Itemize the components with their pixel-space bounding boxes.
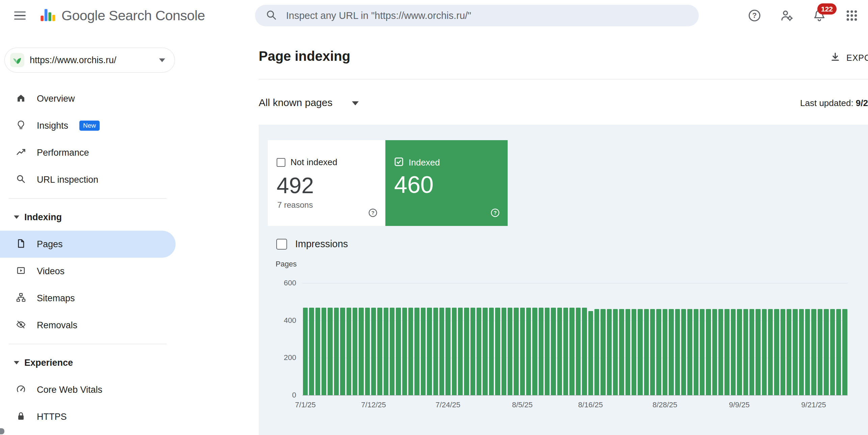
chart-bar[interactable] — [328, 308, 332, 395]
not-indexed-card[interactable]: Not indexed 492 7 reasons ? — [268, 140, 385, 226]
chart-bar[interactable] — [774, 309, 779, 395]
sidebar-item-overview[interactable]: Overview — [0, 85, 176, 112]
chart-bar[interactable] — [563, 308, 568, 395]
chart-bar[interactable] — [421, 308, 426, 395]
menu-icon[interactable] — [14, 9, 26, 22]
chart-bar[interactable] — [508, 308, 512, 395]
chart-bar[interactable] — [799, 309, 804, 395]
chart-bar[interactable] — [724, 309, 729, 395]
chart-bar[interactable] — [365, 308, 370, 395]
chart-bar[interactable] — [836, 309, 841, 395]
chart-bar[interactable] — [787, 309, 791, 395]
chart-bar[interactable] — [694, 309, 698, 395]
chart-bar[interactable] — [687, 309, 692, 395]
property-selector[interactable]: https://www.orchis.ru/ — [4, 48, 175, 73]
search-input[interactable] — [286, 10, 689, 21]
chart-bar[interactable] — [520, 308, 525, 395]
chart-bar[interactable] — [681, 309, 686, 395]
chart-bar[interactable] — [452, 308, 457, 395]
chart-bar[interactable] — [737, 309, 742, 395]
chart-bar[interactable] — [669, 309, 673, 395]
not-indexed-checkbox[interactable] — [277, 158, 285, 167]
chart-bar[interactable] — [644, 309, 649, 395]
chart-bar[interactable] — [545, 308, 550, 395]
chart-bar[interactable] — [551, 308, 556, 395]
sidebar-item-sitemaps[interactable]: Sitemaps — [0, 285, 176, 312]
chart-bar[interactable] — [842, 309, 847, 395]
chart-bar[interactable] — [384, 308, 388, 395]
help-circle-icon[interactable]: ? — [490, 208, 500, 219]
chart-bar[interactable] — [656, 309, 661, 395]
chart-bar[interactable] — [601, 309, 605, 395]
scrollbar-thumb[interactable] — [0, 428, 4, 434]
chart-bar[interactable] — [322, 308, 326, 395]
chart-bar[interactable] — [626, 309, 630, 395]
chart-bar[interactable] — [495, 308, 500, 395]
chart-bar[interactable] — [427, 308, 432, 395]
chart-bar[interactable] — [377, 308, 382, 395]
sidebar-item-insights[interactable]: Insights New — [0, 112, 176, 139]
chart-bar[interactable] — [675, 309, 680, 395]
chart-bar[interactable] — [489, 308, 494, 395]
chart-bar[interactable] — [532, 308, 537, 395]
chart-bar[interactable] — [793, 309, 797, 395]
chart-bar[interactable] — [588, 311, 593, 395]
chart-bar[interactable] — [613, 309, 618, 395]
manage-users-icon[interactable] — [780, 8, 794, 23]
chart-bar[interactable] — [700, 309, 705, 395]
chart-bar[interactable] — [818, 309, 822, 395]
chart-bar[interactable] — [414, 308, 419, 395]
chart-bar[interactable] — [315, 308, 320, 395]
chart-bar[interactable] — [632, 309, 636, 395]
help-circle-icon[interactable]: ? — [368, 208, 378, 219]
chart-bar[interactable] — [830, 309, 835, 395]
chart-bar[interactable] — [477, 308, 481, 395]
chart-bar[interactable] — [347, 308, 351, 395]
chart-bar[interactable] — [781, 309, 785, 395]
chart-bar[interactable] — [569, 308, 574, 395]
sidebar-item-https[interactable]: HTTPS — [0, 403, 176, 430]
chart-bar[interactable] — [594, 309, 599, 395]
chart-bar[interactable] — [359, 308, 363, 395]
chart-bar[interactable] — [334, 308, 339, 395]
chart-bar[interactable] — [470, 308, 475, 395]
sidebar-item-removals[interactable]: Removals — [0, 312, 176, 339]
chart-bar[interactable] — [756, 309, 760, 395]
apps-grid-icon[interactable] — [844, 8, 859, 23]
sidebar-item-videos[interactable]: Videos — [0, 258, 176, 285]
notifications-bell-icon[interactable]: 122 — [812, 8, 827, 23]
indexed-checkbox[interactable] — [394, 157, 404, 168]
chart-bar[interactable] — [433, 308, 438, 395]
chart-bar[interactable] — [650, 309, 655, 395]
chart-bar[interactable] — [526, 308, 531, 395]
sidebar-item-url-inspection[interactable]: URL inspection — [0, 166, 176, 193]
chart-bar[interactable] — [396, 308, 401, 395]
sidebar-section-indexing[interactable]: Indexing — [0, 204, 176, 231]
sidebar-item-pages[interactable]: Pages — [0, 231, 176, 258]
impressions-toggle[interactable]: Impressions — [276, 238, 348, 250]
chart-bar[interactable] — [576, 308, 581, 395]
help-icon[interactable]: ? — [747, 8, 762, 23]
chart-bar[interactable] — [582, 308, 587, 395]
chart-bar[interactable] — [303, 308, 308, 395]
chart-bar[interactable] — [768, 309, 773, 395]
sidebar-section-experience[interactable]: Experience — [0, 349, 176, 376]
chart-bar[interactable] — [731, 309, 736, 395]
chart-bar[interactable] — [824, 309, 828, 395]
chart-bar[interactable] — [539, 308, 543, 395]
sidebar-item-performance[interactable]: Performance — [0, 139, 176, 166]
chart-bar[interactable] — [353, 308, 357, 395]
chart-bar[interactable] — [458, 308, 463, 395]
chart-bar[interactable] — [514, 308, 518, 395]
chart-bar[interactable] — [340, 308, 345, 395]
chart-bar[interactable] — [402, 308, 407, 395]
logo[interactable]: Google Search Console — [39, 6, 205, 25]
chart-bar[interactable] — [557, 308, 562, 395]
export-button[interactable]: EXPORT — [829, 51, 868, 64]
chart-bar[interactable] — [706, 309, 711, 395]
chart-bar[interactable] — [663, 309, 667, 395]
notification-count-badge[interactable]: 122 — [817, 3, 837, 15]
chart-bar[interactable] — [439, 308, 444, 395]
chart-bar[interactable] — [390, 308, 394, 395]
impressions-checkbox[interactable] — [276, 239, 287, 250]
